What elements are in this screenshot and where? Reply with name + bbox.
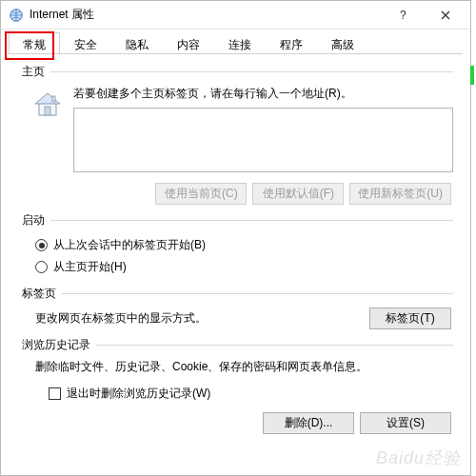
history-settings-button[interactable]: 设置(S) — [360, 412, 451, 434]
checkbox-label: 退出时删除浏览历史记录(W) — [67, 386, 210, 402]
radio-label: 从主页开始(H) — [53, 259, 127, 275]
homepage-description: 若要创建多个主页标签页，请在每行输入一个地址(R)。 — [73, 86, 453, 102]
group-label: 启动 — [22, 212, 49, 228]
tab-strip: 常规 安全 隐私 内容 连接 程序 高级 — [1, 30, 470, 54]
group-label: 标签页 — [22, 286, 60, 302]
window-title: Internet 属性 — [30, 7, 383, 23]
group-history: 浏览历史记录 删除临时文件、历史记录、Cookie、保存的密码和网页表单信息。 … — [22, 337, 453, 434]
tabs-settings-button[interactable]: 标签页(T) — [369, 307, 451, 329]
history-description: 删除临时文件、历史记录、Cookie、保存的密码和网页表单信息。 — [35, 359, 453, 375]
button-label: 设置(S) — [387, 415, 425, 431]
delete-history-button[interactable]: 删除(D)... — [263, 412, 354, 434]
button-label: 删除(D)... — [285, 415, 333, 431]
group-label: 浏览历史记录 — [22, 337, 94, 353]
internet-options-icon — [9, 8, 24, 23]
button-label: 使用默认值(F) — [263, 186, 334, 202]
tab-label: 程序 — [280, 38, 303, 51]
watermark: Baidu经验 — [376, 446, 461, 469]
divider — [62, 293, 453, 294]
help-button[interactable]: ? — [383, 2, 425, 29]
tab-label: 隐私 — [126, 38, 149, 51]
divider — [50, 220, 453, 221]
tab-label: 内容 — [177, 38, 200, 51]
tab-advanced[interactable]: 高级 — [317, 32, 368, 55]
radio-start-last-session[interactable]: 从上次会话中的标签页开始(B) — [22, 234, 453, 256]
close-button[interactable] — [425, 2, 466, 29]
use-default-button: 使用默认值(F) — [252, 183, 344, 205]
group-tabs: 标签页 更改网页在标签页中的显示方式。 标签页(T) — [22, 286, 453, 329]
group-homepage: 主页 若要创建多个主页标签页，请在每行输入一个地址(R)。 — [22, 64, 453, 205]
tab-privacy[interactable]: 隐私 — [111, 32, 163, 55]
use-newtab-button: 使用新标签页(U) — [349, 183, 451, 205]
divider — [96, 345, 453, 346]
homepage-input[interactable] — [73, 108, 453, 172]
tab-content[interactable]: 内容 — [163, 32, 214, 55]
tab-label: 常规 — [23, 38, 46, 51]
tab-general[interactable]: 常规 — [9, 32, 60, 55]
tab-label: 高级 — [331, 38, 354, 51]
svg-rect-5 — [52, 96, 55, 102]
home-icon — [31, 88, 64, 120]
tab-connections[interactable]: 连接 — [214, 32, 266, 55]
titlebar: Internet 属性 ? — [1, 1, 470, 30]
button-label: 使用新标签页(U) — [358, 186, 443, 202]
button-label: 使用当前页(C) — [165, 186, 238, 202]
tab-security[interactable]: 安全 — [60, 32, 111, 55]
svg-rect-4 — [45, 107, 50, 115]
checkbox-delete-on-exit[interactable]: 退出时删除浏览历史记录(W) — [35, 383, 453, 405]
group-label: 主页 — [22, 64, 49, 80]
tab-label: 连接 — [228, 38, 251, 51]
tab-programs[interactable]: 程序 — [266, 32, 317, 55]
radio-icon — [35, 239, 48, 251]
divider — [50, 71, 453, 72]
use-current-button: 使用当前页(C) — [155, 183, 247, 205]
tabs-description: 更改网页在标签页中的显示方式。 — [35, 310, 207, 327]
button-label: 标签页(T) — [386, 310, 434, 327]
radio-icon — [35, 261, 48, 273]
radio-start-homepage[interactable]: 从主页开始(H) — [22, 256, 453, 278]
svg-marker-3 — [35, 93, 60, 104]
checkbox-icon — [49, 387, 61, 400]
group-startup: 启动 从上次会话中的标签页开始(B) 从主页开始(H) — [22, 212, 453, 278]
edge-decoration — [470, 66, 474, 85]
svg-text:?: ? — [400, 10, 407, 21]
radio-label: 从上次会话中的标签页开始(B) — [53, 237, 206, 253]
tab-label: 安全 — [74, 38, 97, 51]
